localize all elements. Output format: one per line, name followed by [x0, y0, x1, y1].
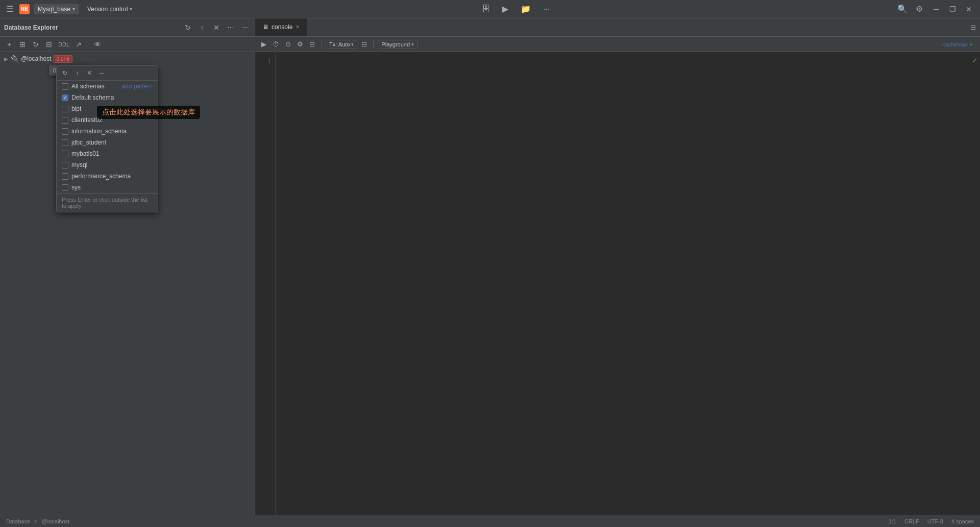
sd-collapse-icon[interactable]: ─: [96, 68, 107, 78]
tree-area: ▶ 🔌 @localhost 0 of 8 0 connections ↻ ↑ …: [0, 52, 255, 515]
schema-item-bipt[interactable]: bipt: [57, 103, 158, 114]
schema-item-clienttest02[interactable]: clienttest02: [57, 114, 158, 126]
schema-label: <schema>: [942, 41, 968, 47]
schema-checkbox-performance-schema[interactable]: [62, 173, 68, 180]
schema-dropdown[interactable]: ↻ ↑ ✕ ─ All schemas add pattern De: [56, 65, 158, 212]
schema-selector[interactable]: <schema> ▸: [939, 40, 976, 49]
schema-checkbox-all[interactable]: [62, 83, 68, 90]
editor-toolbar-right: <schema> ▸: [939, 40, 976, 49]
hamburger-icon[interactable]: ☰: [4, 2, 15, 16]
editor-separator-2: [373, 40, 374, 49]
indent[interactable]: 4 spaces: [951, 518, 974, 524]
folder-icon[interactable]: 📁: [519, 2, 533, 16]
schema-chevron-icon: ▸: [970, 41, 973, 47]
close-button[interactable]: ✕: [962, 2, 976, 16]
sd-up-icon[interactable]: ↑: [72, 68, 82, 78]
add-button[interactable]: +: [3, 38, 15, 51]
schema-item-default[interactable]: Default schema: [57, 92, 158, 103]
vcs-selector[interactable]: Version control ▾: [83, 4, 136, 14]
schema-label-information-schema: information_schema: [71, 128, 127, 135]
schema-add-button[interactable]: ⊞: [16, 38, 29, 51]
project-chevron-icon: ▾: [72, 6, 75, 12]
editor-area: 1 ✓: [255, 52, 980, 515]
editor-toolbar: ▶ ⏱ ⊙ ⚙ ⊟ Tx: Auto ▾ ⊟ Playground ▾ <sch…: [255, 37, 980, 52]
panel-close-icon[interactable]: ✕: [211, 22, 222, 33]
tab-close-button[interactable]: ✕: [296, 24, 300, 30]
breadcrumb-db[interactable]: Database: [6, 518, 30, 524]
tabs-collapse-button[interactable]: ⊟: [966, 18, 980, 36]
refresh-button[interactable]: ↻: [30, 38, 42, 51]
tab-console-label: console: [272, 23, 292, 31]
panel-sync-icon[interactable]: ↻: [182, 22, 193, 33]
cursor-position[interactable]: 1:1: [889, 518, 896, 524]
schema-checkbox-information-schema[interactable]: [62, 128, 68, 135]
tx-label: Tx: Auto: [329, 41, 350, 47]
schema-label-jdbc-student: jdbc_student: [71, 139, 106, 146]
schema-checkbox-mysql[interactable]: [62, 162, 68, 169]
schema-item-mysql[interactable]: mysql: [57, 159, 158, 171]
project-name: Mysql_base: [38, 6, 70, 13]
tx-icon-btn[interactable]: ⊟: [359, 39, 369, 50]
restore-button[interactable]: ❐: [945, 2, 960, 16]
panel-up-icon[interactable]: ↑: [197, 22, 208, 33]
tab-console[interactable]: 🖥 console ✕: [255, 18, 307, 36]
breadcrumb-sep1: >: [34, 518, 37, 524]
schema-item-mybatis01[interactable]: mybatis01: [57, 148, 158, 159]
schema-checkbox-sys[interactable]: [62, 184, 68, 191]
collapse-icon: ⊟: [970, 23, 976, 31]
clock-button[interactable]: ⏱: [271, 39, 281, 50]
breadcrumb-host[interactable]: @localhost: [42, 518, 70, 524]
schema-label-all: All schemas: [71, 83, 105, 90]
editor-content[interactable]: [276, 52, 970, 515]
schema-checkbox-clienttest02[interactable]: [62, 117, 68, 124]
add-pattern-link[interactable]: add pattern: [121, 83, 153, 90]
run-button[interactable]: ▶: [259, 39, 268, 50]
eye-button[interactable]: 👁: [91, 38, 104, 51]
search-icon[interactable]: 🔍: [895, 2, 910, 16]
schema-item-sys[interactable]: sys: [57, 182, 158, 193]
database-explorer-panel: Database Explorer ↻ ↑ ✕ ⋯ ─ + ⊞ ↻ ⊟ DDL …: [0, 18, 255, 515]
play-icon[interactable]: ▶: [500, 2, 510, 16]
db-icon[interactable]: 🗄: [480, 3, 492, 16]
encoding[interactable]: UTF-8: [927, 518, 943, 524]
table-icon[interactable]: ⊟: [307, 39, 317, 50]
arrow-button[interactable]: ↗: [72, 38, 85, 51]
schema-item-jdbc-student[interactable]: jdbc_student: [57, 137, 158, 148]
schema-label-bipt: bipt: [71, 105, 81, 112]
tx-dropdown[interactable]: Tx: Auto ▾: [326, 40, 357, 49]
ddl-button[interactable]: DDL: [56, 38, 71, 51]
panel-header: Database Explorer ↻ ↑ ✕ ⋯ ─: [0, 18, 255, 37]
schema-label-mysql: mysql: [71, 161, 87, 169]
editor-settings-icon[interactable]: ⚙: [295, 39, 305, 50]
editor-tabs: 🖥 console ✕ ⊟: [255, 18, 980, 37]
tab-console-icon: 🖥: [262, 23, 268, 31]
schema-item-performance-schema[interactable]: performance_schema: [57, 171, 158, 182]
panel-collapse-icon[interactable]: ─: [239, 22, 251, 33]
settings-icon[interactable]: ⚙: [914, 2, 925, 16]
project-selector[interactable]: Mysql_base ▾: [34, 4, 79, 14]
schema-checkbox-bipt[interactable]: [62, 106, 68, 112]
schema-item-information-schema[interactable]: information_schema: [57, 126, 158, 137]
schema-checkbox-jdbc-student[interactable]: [62, 139, 68, 146]
stop-button[interactable]: ⊙: [283, 39, 293, 50]
schema-label-performance-schema: performance_schema: [71, 173, 131, 180]
schema-checkbox-default[interactable]: [62, 94, 68, 101]
statusbar-left: Database > @localhost: [6, 518, 69, 524]
panel-more-icon[interactable]: ⋯: [225, 22, 236, 33]
db-connection-icon: 🔌: [10, 55, 19, 63]
schema-checkbox-mybatis01[interactable]: [62, 151, 68, 157]
sd-close-icon[interactable]: ✕: [84, 68, 94, 78]
more-icon[interactable]: ···: [541, 3, 552, 16]
toolbar-separator: [88, 40, 88, 49]
sd-refresh-icon[interactable]: ↻: [60, 68, 70, 78]
minimize-button[interactable]: ─: [929, 2, 943, 16]
tabs-spacer: [307, 18, 966, 36]
playground-dropdown[interactable]: Playground ▾: [378, 40, 418, 49]
host-label: @localhost: [21, 55, 52, 62]
schema-item-all[interactable]: All schemas add pattern: [57, 81, 158, 92]
tree-item-localhost[interactable]: ▶ 🔌 @localhost 0 of 8: [0, 52, 255, 65]
table-button[interactable]: ⊟: [43, 38, 55, 51]
host-badge[interactable]: 0 of 8: [54, 55, 72, 63]
statusbar: Database > @localhost 1:1 CRLF UTF-8 4 s…: [0, 515, 980, 527]
line-ending[interactable]: CRLF: [904, 518, 919, 524]
